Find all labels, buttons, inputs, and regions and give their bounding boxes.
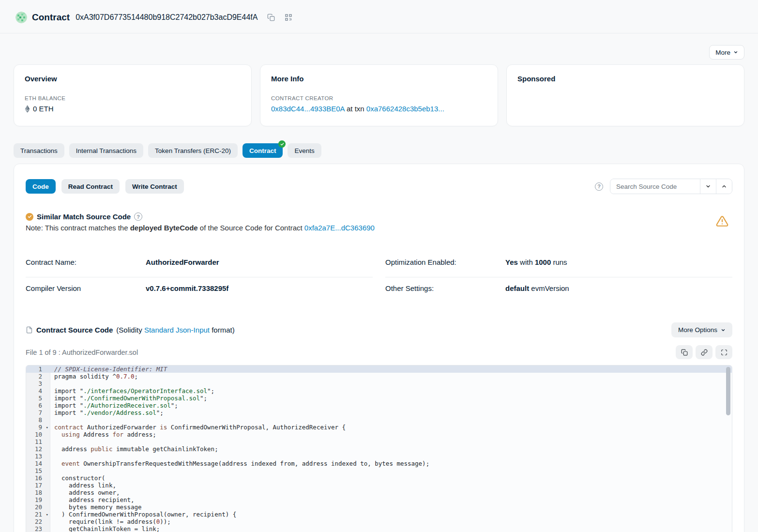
search-prev-button[interactable] [716,179,732,194]
other-settings-row: Other Settings: default evmVersion [385,277,732,303]
code-line: 17 address link, [26,482,732,489]
line-number[interactable]: 13 [26,453,50,460]
tab-token-transfers[interactable]: Token Transfers (ERC-20) [148,143,238,158]
line-number[interactable]: 21▾ [26,511,50,518]
line-number[interactable]: 7 [26,409,50,416]
line-number[interactable]: 23 [26,525,50,532]
json-input-format-link[interactable]: Standard Json-Input [144,326,210,334]
line-number[interactable]: 14 [26,460,50,467]
help-icon[interactable]: ? [595,182,603,191]
code-line: 1// SPDX-License-Identifier: MIT [26,365,732,373]
line-number[interactable]: 19 [26,496,50,503]
page-header: Contract 0xA3f07D6773514480b918C2742b027… [0,0,758,33]
qr-code-icon[interactable] [285,14,292,21]
more-button[interactable]: More [709,45,744,60]
eth-balance-label: ETH BALANCE [25,95,241,101]
code-text: // SPDX-License-Identifier: MIT [50,365,167,373]
line-number[interactable]: 18 [26,489,50,496]
line-number[interactable]: 17 [26,482,50,489]
code-text: import "./interfaces/OperatorInterface.s… [50,387,214,395]
line-number[interactable]: 2 [26,373,50,380]
code-line: 12 address public immutable getChainlink… [26,445,732,453]
line-number[interactable]: 20 [26,503,50,511]
source-code-editor[interactable]: 1// SPDX-License-Identifier: MIT2pragma … [26,365,732,532]
line-number[interactable]: 1 [26,365,50,373]
permalink-button[interactable] [696,345,713,359]
code-lines: 1// SPDX-License-Identifier: MIT2pragma … [26,365,732,532]
search-next-button[interactable] [700,179,716,194]
code-text: constructor( [50,474,105,482]
code-line: 13 [26,453,732,460]
contract-name-label: Contract Name: [26,258,146,266]
code-line: 8 [26,416,732,424]
code-text: import "./ConfirmedOwnerWithProposal.sol… [50,395,207,402]
line-number[interactable]: 5 [26,395,50,402]
similar-match-note: Note: This contract matches the deployed… [26,224,375,232]
code-text: using Address for address; [50,431,156,438]
contract-creator-label: CONTRACT CREATOR [271,95,487,101]
line-number[interactable]: 4 [26,387,50,395]
line-number[interactable]: 16 [26,474,50,482]
expand-icon [721,349,728,356]
chevron-down-icon [705,183,711,189]
code-text: address recipient, [50,496,135,503]
line-number[interactable]: 3 [26,380,50,387]
chevron-up-icon [721,183,727,189]
warning-triangle-icon[interactable] [716,215,728,229]
code-line: 7import "./vendor/Address.sol"; [26,409,732,416]
at-txn-text: at txn [345,105,366,113]
line-number[interactable]: 15 [26,467,50,474]
code-text: getChainlinkToken = link; [50,525,160,532]
tab-events[interactable]: Events [288,143,321,158]
line-number[interactable]: 12 [26,445,50,453]
code-line: 9▾contract AuthorizedForwarder is Confir… [26,424,732,431]
contract-panel: Code Read Contract Write Contract ? [14,164,744,532]
editor-scrollbar[interactable] [726,367,730,415]
eth-icon [25,105,30,113]
line-number[interactable]: 8 [26,416,50,424]
header-divider [0,33,758,33]
line-number[interactable]: 10 [26,431,50,438]
line-number[interactable]: 22 [26,518,50,525]
search-source-code-input[interactable] [610,179,700,194]
fold-arrow-icon[interactable]: ▾ [46,424,48,431]
search-group [610,179,732,194]
subtab-write-contract[interactable]: Write Contract [125,179,184,194]
source-format-text: (Solidity Standard Json-Input format) [116,326,234,334]
subtab-code[interactable]: Code [26,179,56,194]
more-options-button[interactable]: More Options [671,322,732,337]
more-info-card-title: More Info [271,75,487,83]
file-label: File 1 of 9 : AuthorizedForwarder.sol [26,349,138,356]
code-text: contract AuthorizedForwarder is Confirme… [50,424,346,431]
code-text [50,453,58,460]
creator-address-link[interactable]: 0x83dC44...4933BE0A [271,105,345,113]
file-icon [26,326,33,334]
code-line: 5import "./ConfirmedOwnerWithProposal.so… [26,395,732,402]
similar-contract-link[interactable]: 0xfa2a7E...dC363690 [304,224,375,232]
copy-source-button[interactable] [676,345,693,359]
tab-contract[interactable]: Contract [243,143,283,158]
fold-arrow-icon[interactable]: ▾ [46,511,48,518]
code-line: 6import "./AuthorizedReceiver.sol"; [26,402,732,409]
code-text: import "./AuthorizedReceiver.sol"; [50,402,178,409]
line-number[interactable]: 6 [26,402,50,409]
contract-address: 0xA3f07D6773514480b918C2742b027b3acD9E44… [76,13,258,22]
creation-txn-link[interactable]: 0xa7662428c3b5eb13... [366,105,444,113]
tab-transactions[interactable]: Transactions [14,143,64,158]
overview-card: Overview ETH BALANCE 0 ETH [14,64,252,126]
code-text: bytes memory message [50,503,142,511]
line-number[interactable]: 11 [26,438,50,445]
code-line: 3 [26,380,732,387]
help-icon[interactable]: ? [134,213,142,221]
tab-internal-transactions[interactable]: Internal Transactions [69,143,143,158]
tab-bar: Transactions Internal Transactions Token… [14,143,744,158]
line-number[interactable]: 9▾ [26,424,50,431]
compiler-version-row: Compiler Version v0.7.6+commit.7338295f [26,277,373,303]
compiler-version-label: Compiler Version [26,284,146,292]
contract-name-value: AuthorizedForwarder [146,258,219,266]
sponsored-card: Sponsored [506,64,744,126]
expand-button[interactable] [715,345,732,359]
subtab-read-contract[interactable]: Read Contract [61,179,120,194]
optimization-label: Optimization Enabled: [385,258,505,266]
copy-icon[interactable] [267,14,275,21]
